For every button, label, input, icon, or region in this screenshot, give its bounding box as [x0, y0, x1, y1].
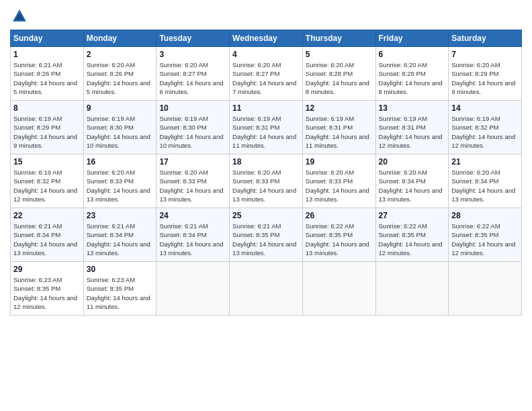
- day-number: 27: [379, 211, 446, 220]
- week-row-1: 1Sunrise: 6:21 AMSunset: 8:26 PMDaylight…: [11, 47, 522, 101]
- day-cell: 3Sunrise: 6:20 AMSunset: 8:27 PMDaylight…: [157, 47, 230, 101]
- page: SundayMondayTuesdayWednesdayThursdayFrid…: [0, 0, 532, 411]
- day-number: 10: [159, 103, 226, 113]
- day-number: 14: [451, 103, 519, 113]
- day-info: Sunrise: 6:21 AMSunset: 8:34 PMDaylight:…: [159, 222, 226, 257]
- day-info: Sunrise: 6:19 AMSunset: 8:30 PMDaylight:…: [159, 114, 226, 150]
- day-info: Sunrise: 6:19 AMSunset: 8:31 PMDaylight:…: [232, 114, 300, 150]
- day-info: Sunrise: 6:19 AMSunset: 8:32 PMDaylight:…: [451, 114, 519, 150]
- day-info: Sunrise: 6:20 AMSunset: 8:29 PMDaylight:…: [451, 60, 519, 96]
- day-number: 11: [232, 103, 300, 113]
- day-number: 29: [13, 265, 81, 274]
- day-info: Sunrise: 6:20 AMSunset: 8:26 PMDaylight:…: [87, 60, 154, 96]
- day-info: Sunrise: 6:20 AMSunset: 8:28 PMDaylight:…: [379, 60, 446, 96]
- day-number: 17: [159, 157, 226, 167]
- day-info: Sunrise: 6:19 AMSunset: 8:30 PMDaylight:…: [87, 114, 154, 150]
- day-cell: 6Sunrise: 6:20 AMSunset: 8:28 PMDaylight…: [375, 47, 449, 101]
- day-cell: 9Sunrise: 6:19 AMSunset: 8:30 PMDaylight…: [83, 101, 157, 154]
- day-cell: [302, 262, 375, 316]
- day-cell: 21Sunrise: 6:20 AMSunset: 8:34 PMDayligh…: [449, 154, 522, 208]
- day-cell: 11Sunrise: 6:19 AMSunset: 8:31 PMDayligh…: [230, 101, 303, 154]
- day-cell: 20Sunrise: 6:20 AMSunset: 8:34 PMDayligh…: [375, 154, 449, 208]
- day-info: Sunrise: 6:22 AMSunset: 8:35 PMDaylight:…: [379, 222, 446, 257]
- col-header-sunday: Sunday: [11, 30, 84, 47]
- day-number: 1: [13, 50, 81, 59]
- day-number: 13: [379, 103, 446, 113]
- day-cell: 18Sunrise: 6:20 AMSunset: 8:33 PMDayligh…: [230, 154, 303, 208]
- day-number: 4: [232, 50, 300, 59]
- day-cell: 19Sunrise: 6:20 AMSunset: 8:33 PMDayligh…: [302, 154, 375, 208]
- day-cell: 24Sunrise: 6:21 AMSunset: 8:34 PMDayligh…: [157, 208, 230, 262]
- col-header-tuesday: Tuesday: [157, 30, 230, 47]
- day-number: 21: [451, 157, 519, 167]
- col-header-monday: Monday: [83, 30, 157, 47]
- calendar-table: SundayMondayTuesdayWednesdayThursdayFrid…: [10, 30, 522, 316]
- day-info: Sunrise: 6:20 AMSunset: 8:34 PMDaylight:…: [451, 168, 519, 203]
- day-number: 15: [13, 157, 81, 167]
- day-info: Sunrise: 6:20 AMSunset: 8:28 PMDaylight:…: [306, 60, 373, 96]
- day-info: Sunrise: 6:20 AMSunset: 8:27 PMDaylight:…: [159, 60, 226, 96]
- day-cell: [157, 262, 230, 316]
- day-info: Sunrise: 6:20 AMSunset: 8:33 PMDaylight:…: [232, 168, 300, 203]
- day-cell: 29Sunrise: 6:23 AMSunset: 8:35 PMDayligh…: [11, 262, 84, 316]
- col-header-friday: Friday: [375, 30, 449, 47]
- day-cell: 26Sunrise: 6:22 AMSunset: 8:35 PMDayligh…: [302, 208, 375, 262]
- day-info: Sunrise: 6:19 AMSunset: 8:32 PMDaylight:…: [13, 168, 81, 203]
- day-number: 30: [87, 265, 154, 274]
- day-number: 16: [87, 157, 154, 167]
- day-number: 23: [87, 211, 154, 220]
- day-cell: 16Sunrise: 6:20 AMSunset: 8:33 PMDayligh…: [83, 154, 157, 208]
- day-info: Sunrise: 6:23 AMSunset: 8:35 PMDaylight:…: [13, 275, 81, 311]
- day-cell: 4Sunrise: 6:20 AMSunset: 8:27 PMDaylight…: [230, 47, 303, 101]
- day-number: 12: [306, 103, 373, 113]
- week-row-5: 29Sunrise: 6:23 AMSunset: 8:35 PMDayligh…: [11, 262, 522, 316]
- day-number: 5: [306, 50, 373, 59]
- day-number: 26: [306, 211, 373, 220]
- day-info: Sunrise: 6:22 AMSunset: 8:35 PMDaylight:…: [306, 222, 373, 257]
- week-row-3: 15Sunrise: 6:19 AMSunset: 8:32 PMDayligh…: [11, 154, 522, 208]
- day-cell: 8Sunrise: 6:19 AMSunset: 8:29 PMDaylight…: [11, 101, 84, 154]
- day-number: 25: [232, 211, 300, 220]
- day-info: Sunrise: 6:19 AMSunset: 8:31 PMDaylight:…: [379, 114, 446, 150]
- day-cell: 17Sunrise: 6:20 AMSunset: 8:33 PMDayligh…: [157, 154, 230, 208]
- header: [10, 7, 522, 26]
- day-info: Sunrise: 6:23 AMSunset: 8:35 PMDaylight:…: [87, 275, 154, 311]
- day-cell: 10Sunrise: 6:19 AMSunset: 8:30 PMDayligh…: [157, 101, 230, 154]
- day-number: 9: [87, 103, 154, 113]
- day-number: 3: [159, 50, 226, 59]
- day-cell: [375, 262, 449, 316]
- day-info: Sunrise: 6:20 AMSunset: 8:33 PMDaylight:…: [306, 168, 373, 203]
- day-info: Sunrise: 6:19 AMSunset: 8:29 PMDaylight:…: [13, 114, 81, 150]
- day-cell: 1Sunrise: 6:21 AMSunset: 8:26 PMDaylight…: [11, 47, 84, 101]
- day-number: 28: [451, 211, 519, 220]
- day-number: 2: [87, 50, 154, 59]
- day-info: Sunrise: 6:22 AMSunset: 8:35 PMDaylight:…: [451, 222, 519, 257]
- col-header-wednesday: Wednesday: [230, 30, 303, 47]
- day-info: Sunrise: 6:19 AMSunset: 8:31 PMDaylight:…: [306, 114, 373, 150]
- day-number: 8: [13, 103, 81, 113]
- header-row: SundayMondayTuesdayWednesdayThursdayFrid…: [11, 30, 522, 47]
- day-cell: 15Sunrise: 6:19 AMSunset: 8:32 PMDayligh…: [11, 154, 84, 208]
- day-number: 7: [451, 50, 519, 59]
- day-cell: 2Sunrise: 6:20 AMSunset: 8:26 PMDaylight…: [83, 47, 157, 101]
- day-cell: 12Sunrise: 6:19 AMSunset: 8:31 PMDayligh…: [302, 101, 375, 154]
- col-header-saturday: Saturday: [449, 30, 522, 47]
- day-cell: 23Sunrise: 6:21 AMSunset: 8:34 PMDayligh…: [83, 208, 157, 262]
- day-cell: [449, 262, 522, 316]
- day-info: Sunrise: 6:21 AMSunset: 8:34 PMDaylight:…: [13, 222, 81, 257]
- day-cell: 14Sunrise: 6:19 AMSunset: 8:32 PMDayligh…: [449, 101, 522, 154]
- day-info: Sunrise: 6:20 AMSunset: 8:34 PMDaylight:…: [379, 168, 446, 203]
- day-info: Sunrise: 6:20 AMSunset: 8:27 PMDaylight:…: [232, 60, 300, 96]
- day-cell: [230, 262, 303, 316]
- day-number: 24: [159, 211, 226, 220]
- day-cell: 5Sunrise: 6:20 AMSunset: 8:28 PMDaylight…: [302, 47, 375, 101]
- day-cell: 30Sunrise: 6:23 AMSunset: 8:35 PMDayligh…: [83, 262, 157, 316]
- col-header-thursday: Thursday: [302, 30, 375, 47]
- day-cell: 28Sunrise: 6:22 AMSunset: 8:35 PMDayligh…: [449, 208, 522, 262]
- day-number: 19: [306, 157, 373, 167]
- day-number: 22: [13, 211, 81, 220]
- day-cell: 27Sunrise: 6:22 AMSunset: 8:35 PMDayligh…: [375, 208, 449, 262]
- day-info: Sunrise: 6:20 AMSunset: 8:33 PMDaylight:…: [87, 168, 154, 203]
- logo: [10, 7, 32, 26]
- day-number: 18: [232, 157, 300, 167]
